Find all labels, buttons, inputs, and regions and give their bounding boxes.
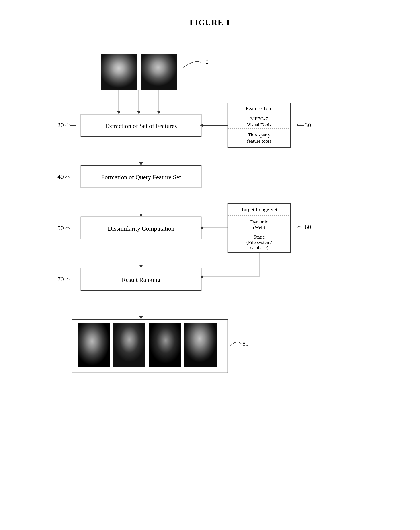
svg-rect-1 xyxy=(141,54,177,90)
label-20: 20 xyxy=(57,121,64,128)
svg-rect-39 xyxy=(184,323,217,367)
svg-marker-19 xyxy=(139,214,143,217)
extraction-label: Extraction of Set of Features xyxy=(105,122,177,129)
svg-marker-35 xyxy=(139,316,143,319)
label-70: 70 xyxy=(57,276,64,283)
dissimilarity-label: Dissimilarity Computation xyxy=(108,225,174,232)
svg-marker-3 xyxy=(117,111,121,114)
feature-tool-header: Feature Tool xyxy=(246,105,273,111)
svg-marker-17 xyxy=(139,162,143,165)
formation-label: Formation of Query Feature Set xyxy=(101,174,181,181)
diagram: 10 Extraction of Set of Features 20 Feat… xyxy=(54,41,366,509)
svg-marker-5 xyxy=(137,111,140,114)
label-10: 10 xyxy=(202,58,209,65)
svg-text:database): database) xyxy=(250,245,268,250)
svg-text:Static: Static xyxy=(253,234,265,240)
svg-rect-37 xyxy=(113,323,145,367)
svg-rect-36 xyxy=(78,323,110,367)
svg-rect-0 xyxy=(101,54,137,90)
svg-text:Dynamic: Dynamic xyxy=(250,219,268,224)
target-image-header: Target Image Set xyxy=(241,207,277,212)
svg-text:feature tools: feature tools xyxy=(247,138,271,144)
svg-text:Third-party: Third-party xyxy=(248,132,270,138)
label-40: 40 xyxy=(57,173,64,180)
label-60: 60 xyxy=(305,223,311,230)
label-30: 30 xyxy=(305,121,311,128)
label-80: 80 xyxy=(242,340,249,347)
ranking-label: Result Ranking xyxy=(122,276,160,283)
svg-marker-7 xyxy=(157,111,161,114)
figure-title: FIGURE 1 xyxy=(190,18,230,27)
svg-text:(Web): (Web) xyxy=(253,224,265,230)
label-50: 50 xyxy=(57,224,64,231)
svg-text:Visual Tools: Visual Tools xyxy=(247,122,271,128)
svg-marker-33 xyxy=(139,265,143,268)
svg-rect-38 xyxy=(149,323,181,367)
svg-text:MPEG-7: MPEG-7 xyxy=(250,116,268,121)
svg-text:(File system/: (File system/ xyxy=(246,239,272,245)
